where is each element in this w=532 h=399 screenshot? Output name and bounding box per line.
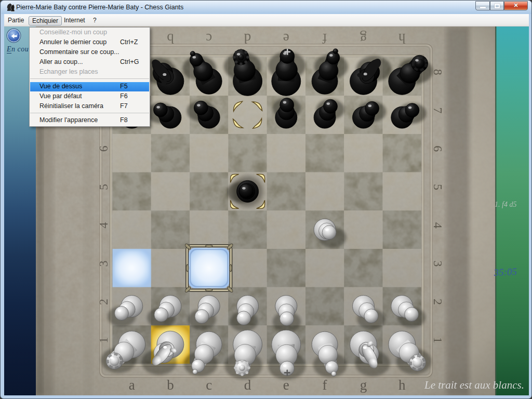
svg-text:d: d bbox=[244, 377, 251, 393]
svg-text:7: 7 bbox=[431, 108, 445, 114]
svg-text:g: g bbox=[360, 31, 367, 46]
svg-text:a: a bbox=[129, 377, 135, 393]
svg-text:h: h bbox=[398, 377, 406, 393]
svg-text:c: c bbox=[206, 31, 212, 46]
svg-text:8: 8 bbox=[431, 69, 445, 75]
svg-text:6: 6 bbox=[431, 145, 445, 152]
svg-text:g: g bbox=[360, 377, 367, 393]
svg-text:4: 4 bbox=[97, 222, 110, 229]
svg-text:2: 2 bbox=[97, 299, 110, 305]
svg-text:h: h bbox=[398, 31, 406, 46]
svg-text:5: 5 bbox=[97, 184, 110, 190]
svg-text:3: 3 bbox=[97, 260, 110, 267]
svg-text:f: f bbox=[323, 31, 327, 46]
svg-text:b: b bbox=[167, 31, 174, 46]
svg-text:3: 3 bbox=[431, 260, 445, 267]
svg-text:1: 1 bbox=[431, 337, 445, 343]
svg-text:2: 2 bbox=[431, 299, 445, 305]
svg-text:5: 5 bbox=[431, 184, 445, 190]
svg-text:b: b bbox=[167, 377, 174, 393]
svg-text:1. f4 d5: 1. f4 d5 bbox=[495, 201, 516, 208]
svg-text:e: e bbox=[283, 31, 289, 46]
svg-text:d: d bbox=[244, 31, 251, 46]
svg-text:1: 1 bbox=[97, 337, 110, 343]
svg-text:Le trait est aux blancs.: Le trait est aux blancs. bbox=[424, 379, 524, 391]
svg-text:f: f bbox=[323, 377, 327, 393]
svg-text:c: c bbox=[206, 377, 212, 393]
svg-text:6: 6 bbox=[97, 145, 110, 152]
svg-text:4: 4 bbox=[431, 222, 445, 229]
svg-text:35:05: 35:05 bbox=[493, 266, 517, 278]
